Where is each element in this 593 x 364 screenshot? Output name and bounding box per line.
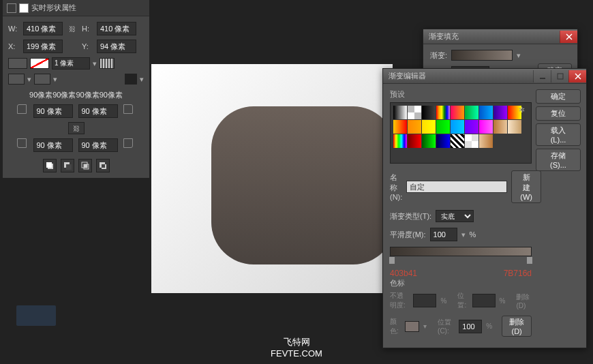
corner-tl-icon [17,104,27,114]
x-input[interactable] [23,40,63,53]
save-button[interactable]: 存储(S)... [536,149,581,171]
preset-thumb[interactable] [465,134,478,148]
footer: 飞特网 FEVTE.COM [0,330,593,364]
dialog-titlebar[interactable]: 渐变编辑器 [383,69,586,84]
maximize-button[interactable] [551,70,568,82]
preset-thumb[interactable] [393,134,407,148]
preset-thumb[interactable] [479,106,493,119]
color-stop-left[interactable] [389,257,395,264]
align-stroke-swatch[interactable] [125,74,137,85]
dialog-titlebar[interactable]: 渐变填充 [423,29,577,44]
link-wh-icon[interactable]: ⛓ [67,23,78,34]
height-input[interactable] [97,22,136,35]
gradient-name-input[interactable] [406,181,507,193]
brand-url: FEVTE.COM [271,348,322,359]
ok-button[interactable]: 确定 [536,89,581,104]
stroke-width-input[interactable] [52,57,90,70]
preset-thumb[interactable] [479,134,493,148]
rounded-rect-shape[interactable] [211,106,395,264]
preset-thumb[interactable] [422,106,436,119]
preset-thumb[interactable] [451,120,464,134]
color-stop-right[interactable] [527,257,532,264]
w-label: W: [8,25,19,33]
svg-rect-11 [558,74,563,79]
minimize-button[interactable] [533,70,551,82]
join-swatch[interactable] [34,74,50,85]
opacity-input[interactable] [413,294,436,307]
pathop-combine-button[interactable] [43,159,57,172]
preset-thumb[interactable] [408,106,421,119]
pathop-subtract-button[interactable] [61,159,74,172]
preset-thumb[interactable] [436,134,450,148]
position-input[interactable] [472,294,496,307]
dropdown-icon[interactable]: ▾ [517,51,521,60]
name-label: 名称(N): [390,172,402,201]
smooth-label: 平滑度(M): [390,230,426,240]
close-button[interactable] [568,70,586,82]
gradient-bar[interactable] [390,247,532,256]
svg-rect-1 [46,162,52,168]
link-radii-button[interactable]: ⛓ [68,122,85,134]
fill-swatch[interactable] [8,58,27,69]
width-input[interactable] [23,22,63,35]
preset-thumb[interactable] [422,120,436,134]
preset-thumb[interactable] [465,106,478,119]
cap-swatch[interactable] [8,74,25,85]
y-input[interactable] [97,40,136,53]
preset-thumb[interactable] [479,120,493,134]
position-label: 位置: [457,291,468,310]
svg-rect-3 [66,164,72,170]
preset-thumb[interactable] [408,120,421,134]
gradient-type-select[interactable]: 实底 [436,210,474,222]
radius-bl-input[interactable] [33,138,73,152]
corner-bl-icon [17,138,27,148]
dropdown-icon[interactable]: ▾ [461,230,466,239]
smoothness-input[interactable] [430,228,457,241]
h-label: H: [82,25,93,33]
dropdown-icon[interactable]: ▾ [53,75,57,84]
dialog-title: 渐变填充 [429,31,459,42]
radius-tl-input[interactable] [33,104,73,118]
watermark [16,305,56,326]
dropdown-icon[interactable]: ▾ [27,75,31,84]
preset-thumb[interactable] [493,106,507,119]
radius-summary: 90像素90像素90像素90像素 [8,90,144,100]
type-label: 渐变类型(T): [390,211,431,222]
close-button[interactable] [560,31,577,43]
radius-tr-input[interactable] [78,104,118,118]
preset-thumb[interactable] [451,134,464,148]
preset-thumb[interactable] [408,134,421,148]
new-button[interactable]: 新建(W) [511,170,541,203]
pathop-intersect-button[interactable] [78,159,92,172]
reset-button[interactable]: 复位 [536,106,581,121]
presets-label: 预设 [390,89,532,100]
dropdown-icon[interactable]: ▾ [140,75,144,84]
gear-icon[interactable]: ✲ [519,106,528,115]
dropdown-icon[interactable]: ▾ [93,59,97,68]
y-label: Y: [82,42,93,50]
preset-thumb[interactable] [422,134,436,148]
dropdown-icon[interactable]: ▾ [423,322,427,330]
load-button[interactable]: 载入(L)... [536,123,581,146]
panel-title: 实时形状属性 [31,3,76,13]
x-label: X: [8,42,19,50]
preset-thumb[interactable] [493,120,507,134]
svg-rect-6 [84,164,87,168]
stroke-swatch[interactable] [30,58,49,69]
stroke-style-swatch[interactable] [100,58,115,69]
preset-thumb[interactable] [508,120,521,134]
percent-label: % [470,230,476,239]
pathop-exclude-button[interactable] [96,159,110,172]
brand-text: 飞特网 [284,336,310,348]
preset-thumb[interactable] [451,106,464,119]
preset-thumb[interactable] [465,120,478,134]
preset-thumb[interactable] [393,106,407,119]
bounds-icon [7,3,16,13]
hex-right: 7B716d [504,269,532,278]
delete-label: 删除(D) [516,292,532,309]
preset-thumb[interactable] [436,120,450,134]
preset-thumb[interactable] [393,120,407,134]
gradient-preview[interactable] [451,50,513,61]
radius-br-input[interactable] [78,138,118,152]
preset-thumb[interactable] [436,106,450,119]
